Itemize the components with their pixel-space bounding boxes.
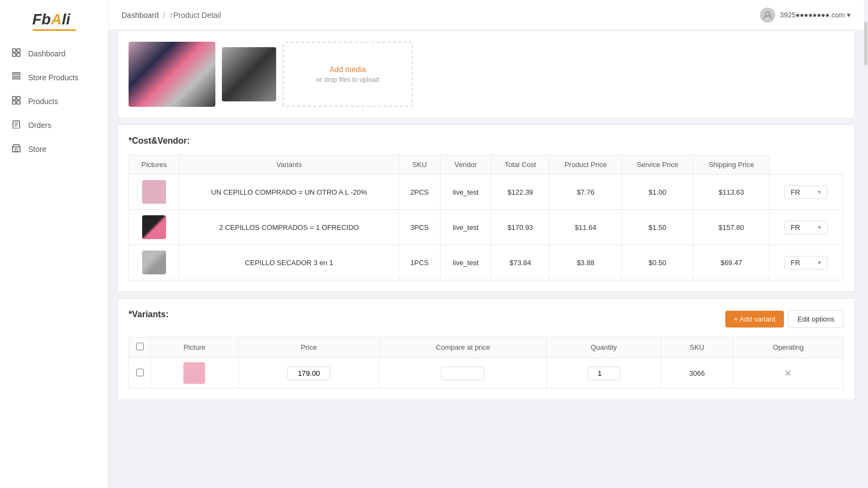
sidebar-item-label-orders: Orders (28, 121, 52, 130)
right-scrollbar[interactable] (864, 0, 868, 488)
media-section: Add media or drop files to upload (117, 30, 855, 118)
sidebar-item-dashboard[interactable]: Dashboard (0, 42, 108, 66)
var-row1-picture (151, 358, 239, 389)
products-icon (11, 96, 22, 107)
variants-tbody: 3066 ✕ (129, 358, 844, 389)
row3-region[interactable]: FR ▼ (769, 245, 843, 280)
row1-region-select[interactable]: FR ▼ (784, 185, 828, 199)
variants-section: *Variants: + Add variant Edit options Pi (117, 298, 855, 400)
row3-total-cost: $73.84 (492, 245, 550, 280)
table-row: UN CEPILLO COMPRADO = UN OTRO A L -20% 2… (129, 175, 844, 210)
media-images: Add media or drop files to upload (129, 42, 844, 107)
user-info[interactable]: 3925●●●●●●●●.com ▾ (760, 8, 851, 23)
var-row1-price (238, 358, 379, 389)
add-media-sub: or drop files to upload (316, 76, 379, 84)
breadcrumb: Dashboard / ↑Product Detail (122, 11, 221, 20)
var-row1-compare-price-input[interactable] (441, 367, 484, 380)
media-thumb-main (129, 42, 215, 107)
store-products-icon (11, 72, 22, 83)
sidebar-item-store[interactable]: Store (0, 137, 108, 161)
var-row1-quantity-input[interactable] (588, 367, 620, 380)
product-image-2 (222, 47, 276, 101)
col-var-operating: Operating (733, 337, 843, 358)
row1-picture (129, 175, 180, 210)
breadcrumb-dashboard[interactable]: Dashboard (122, 11, 159, 20)
variants-header-row: Picture Price Compare at price Quantity … (129, 337, 844, 358)
row2-region-arrow: ▼ (817, 224, 822, 230)
col-service-price: Service Price (622, 155, 693, 175)
sidebar-item-store-products[interactable]: Store Products (0, 66, 108, 89)
row2-vendor: live_test (440, 210, 491, 245)
var-row1-image (183, 362, 205, 384)
sidebar: FbAli Dashboard Store Products (0, 0, 108, 488)
row3-picture (129, 245, 180, 280)
cost-vendor-header-row: Pictures Variants SKU Vendor Total Cost … (129, 155, 844, 175)
col-var-compare-price: Compare at price (379, 337, 547, 358)
col-checkbox (129, 337, 151, 358)
svg-rect-9 (12, 101, 16, 104)
row3-service-price: $0.50 (622, 245, 693, 280)
user-avatar (760, 8, 775, 23)
row1-total-cost: $122.39 (492, 175, 550, 210)
col-shipping-price: Shipping Price (693, 155, 770, 175)
row1-shipping-price: $113.63 (693, 175, 770, 210)
select-all-checkbox[interactable] (136, 343, 144, 350)
row3-shipping-price: $69.47 (693, 245, 770, 280)
svg-rect-3 (17, 53, 20, 56)
svg-rect-0 (12, 49, 16, 52)
row1-variant: UN CEPILLO COMPRADO = UN OTRO A L -20% (180, 175, 399, 210)
svg-rect-7 (12, 97, 16, 100)
var-row1-checkbox[interactable] (136, 369, 144, 376)
svg-rect-4 (12, 73, 20, 74)
store-icon (11, 144, 22, 155)
sidebar-nav: Dashboard Store Products Products Orders (0, 42, 108, 161)
var-row1-price-input[interactable] (287, 367, 330, 380)
table-row: 3066 ✕ (129, 358, 844, 389)
variants-table: Picture Price Compare at price Quantity … (129, 337, 844, 389)
sidebar-item-products[interactable]: Products (0, 89, 108, 113)
scroll-thumb (864, 22, 867, 65)
col-var-price: Price (238, 337, 379, 358)
sidebar-item-label-store: Store (28, 145, 46, 153)
row2-region-value: FR (790, 223, 800, 232)
row1-sku: 2PCS (399, 175, 440, 210)
table-row: CEPILLO SECADOR 3 en 1 1PCS live_test $7… (129, 245, 844, 280)
cost-vendor-tbody: UN CEPILLO COMPRADO = UN OTRO A L -20% 2… (129, 175, 844, 280)
col-product-price: Product Price (550, 155, 622, 175)
row3-region-arrow: ▼ (817, 260, 822, 266)
variant-image-3 (142, 251, 166, 274)
sidebar-item-label-dashboard: Dashboard (28, 49, 66, 58)
add-media-box[interactable]: Add media or drop files to upload (283, 42, 413, 107)
product-image-main (129, 42, 215, 107)
row3-sku: 1PCS (399, 245, 440, 280)
svg-rect-16 (15, 149, 17, 152)
row2-region[interactable]: FR ▼ (769, 210, 843, 245)
header: Dashboard / ↑Product Detail 3925●●●●●●●●… (108, 0, 864, 30)
sidebar-item-orders[interactable]: Orders (0, 113, 108, 137)
row1-vendor: live_test (440, 175, 491, 210)
main-area: Dashboard / ↑Product Detail 3925●●●●●●●●… (108, 0, 864, 488)
row2-shipping-price: $157.80 (693, 210, 770, 245)
row2-variant: 2 CEPILLOS COMPRADOS = 1 OFRECIDO (180, 210, 399, 245)
row1-service-price: $1.00 (622, 175, 693, 210)
row2-region-select[interactable]: FR ▼ (784, 221, 828, 234)
table-row: 2 CEPILLOS COMPRADOS = 1 OFRECIDO 3PCS l… (129, 210, 844, 245)
var-row1-delete-icon[interactable]: ✕ (784, 369, 792, 378)
add-media-text: Add media (330, 65, 366, 74)
var-row1-operating: ✕ (733, 358, 843, 389)
cost-vendor-title: *Cost&Vendor: (129, 136, 844, 146)
row1-region-arrow: ▼ (817, 189, 822, 195)
row1-region-value: FR (790, 188, 800, 196)
breadcrumb-current: ↑Product Detail (169, 11, 221, 20)
row2-sku: 3PCS (399, 210, 440, 245)
row1-region[interactable]: FR ▼ (769, 175, 843, 210)
svg-rect-10 (17, 101, 20, 104)
row2-total-cost: $170.93 (492, 210, 550, 245)
add-variant-button[interactable]: + Add variant (725, 311, 784, 328)
row3-region-select[interactable]: FR ▼ (784, 256, 828, 269)
col-pictures: Pictures (129, 155, 180, 175)
edit-options-button[interactable]: Edit options (788, 310, 844, 328)
dashboard-icon (11, 48, 22, 59)
logo-underline (33, 29, 76, 31)
content-area: Add media or drop files to upload *Cost&… (108, 30, 864, 488)
